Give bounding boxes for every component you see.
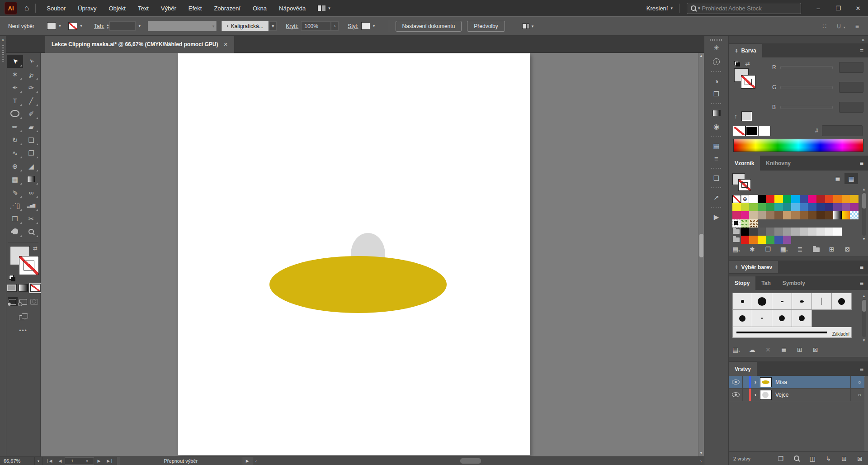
color-swatch[interactable] — [732, 203, 741, 211]
color-swatch[interactable] — [791, 211, 800, 219]
layer-row-vejce[interactable]: ›Vejce○ — [729, 389, 868, 401]
gradient-swatch[interactable] — [833, 211, 842, 219]
brush-item[interactable] — [732, 293, 752, 310]
color-swatch[interactable] — [749, 228, 758, 236]
color-swatch[interactable] — [833, 228, 842, 236]
drag-grip[interactable] — [710, 39, 723, 41]
first-artboard-icon[interactable]: ❘◀ — [42, 459, 55, 463]
color-spectrum-bar[interactable] — [733, 139, 863, 152]
channel-slider-b[interactable] — [780, 106, 833, 109]
swap-fill-stroke-icon[interactable]: ⇄ — [745, 60, 750, 67]
actions-icon[interactable]: ▶ — [711, 214, 722, 220]
color-swatch[interactable] — [766, 228, 774, 236]
none-button[interactable] — [30, 284, 40, 292]
adobe-stock-search-input[interactable]: ▾ Prohledat Adobe Stock — [687, 3, 801, 14]
menu-napoveda[interactable]: Nápověda — [279, 5, 306, 12]
paintbrush-tool[interactable]: ✐ — [23, 107, 39, 120]
color-swatch[interactable] — [758, 211, 766, 219]
control-panel-menu-icon[interactable]: ≡ — [855, 23, 859, 30]
color-swatch[interactable] — [741, 228, 750, 236]
delete-brush-icon[interactable]: ⊠ — [812, 346, 819, 353]
panel-menu-icon[interactable]: ≡ — [860, 280, 863, 287]
cc-libraries-icon[interactable]: ☁ — [749, 346, 756, 353]
color-swatch[interactable] — [741, 211, 750, 219]
gradient-tool[interactable] — [23, 173, 39, 186]
color-swatch[interactable] — [758, 228, 766, 236]
color-swatch[interactable] — [783, 236, 792, 244]
artboard-tool[interactable]: ❒ — [7, 212, 23, 225]
draw-inside-button[interactable] — [29, 297, 39, 306]
make-clipping-mask-icon[interactable]: ◫ — [809, 456, 816, 462]
delete-layer-icon[interactable]: ⊠ — [856, 456, 863, 462]
swatch-options-icon[interactable]: ≣ — [797, 246, 804, 252]
stroke-proxy[interactable] — [741, 75, 755, 89]
color-swatch[interactable] — [825, 211, 834, 219]
channel-value-r[interactable] — [839, 62, 863, 73]
color-swatch[interactable] — [783, 228, 792, 236]
channel-slider-r[interactable] — [780, 66, 833, 69]
previous-artboard-icon[interactable]: ◀ — [55, 459, 65, 463]
color-swatch[interactable] — [774, 228, 783, 236]
app-logo-icon[interactable]: Ai — [5, 2, 17, 14]
swatch-libraries-icon[interactable]: ▤▾ — [732, 246, 740, 252]
locate-object-icon[interactable] — [793, 456, 800, 462]
collect-for-export-icon[interactable]: ❐ — [777, 456, 784, 462]
slice-tool[interactable]: ✂ — [23, 212, 39, 225]
brush-options-icon[interactable]: ≣ — [780, 346, 788, 353]
menu-objekt[interactable]: Objekt — [108, 5, 126, 12]
color-swatch[interactable] — [749, 203, 758, 211]
color-swatch[interactable] — [833, 203, 842, 211]
stroke-weight-label[interactable]: Tah: — [94, 23, 104, 29]
eyedropper-tool[interactable]: ✎ — [7, 186, 23, 199]
menu-soubor[interactable]: Soubor — [47, 5, 66, 12]
symbol-sprayer-tool[interactable]: ⋰▯ — [7, 199, 23, 212]
info-icon[interactable]: i — [711, 57, 722, 65]
color-swatch[interactable] — [833, 195, 842, 203]
tab-symboly[interactable]: Symboly — [777, 276, 811, 290]
navigator-icon[interactable]: ✳ — [711, 44, 722, 51]
color-swatch[interactable] — [808, 195, 816, 203]
none-swatch[interactable] — [733, 126, 745, 136]
white-swatch[interactable] — [759, 126, 770, 136]
channel-slider-g[interactable] — [780, 86, 833, 89]
color-swatch[interactable] — [774, 211, 783, 219]
blend-tool[interactable]: ∞ — [23, 186, 39, 199]
floral-pattern-swatch[interactable] — [741, 219, 750, 228]
color-swatch[interactable] — [758, 203, 766, 211]
scroll-up-icon[interactable]: ▲ — [698, 53, 704, 59]
appearance-icon[interactable]: ◉ — [711, 123, 722, 130]
new-layer-icon[interactable]: ⊞ — [840, 456, 848, 462]
status-flyout-icon[interactable]: ▶ — [242, 457, 253, 465]
scroll-up-icon[interactable]: ▴ — [863, 294, 865, 298]
tab-knihovny[interactable]: Knihovny — [760, 156, 797, 171]
color-group-folder[interactable] — [732, 236, 741, 244]
gradient-button[interactable] — [19, 284, 28, 292]
swatch-kinds-icon[interactable]: ▦▾ — [780, 246, 788, 252]
direct-selection-tool[interactable]: ➣ — [23, 55, 39, 68]
chevron-down-icon[interactable]: ▾ — [269, 21, 277, 31]
color-swatch[interactable] — [766, 236, 774, 244]
new-sublayer-icon[interactable]: ↳ — [825, 456, 832, 462]
tab-stopy[interactable]: Stopy — [729, 276, 755, 290]
visibility-toggle[interactable] — [729, 389, 743, 401]
default-fill-stroke-icon[interactable] — [734, 61, 740, 66]
color-swatch[interactable] — [732, 211, 741, 219]
chevron-right-icon[interactable]: › — [331, 21, 339, 31]
scrollbar-thumb[interactable] — [862, 300, 866, 312]
chevron-down-icon[interactable]: ▾ — [56, 22, 64, 30]
artboards-icon[interactable]: ❒ — [711, 90, 722, 97]
bowl-shape[interactable] — [269, 256, 447, 313]
color-swatch[interactable] — [758, 195, 766, 203]
eraser-tool[interactable]: ▰ — [23, 120, 39, 133]
isolate-options-button[interactable]: ▾ — [522, 24, 534, 29]
column-graph-tool[interactable]: ▂▅▇ — [23, 199, 39, 212]
scroll-right-icon[interactable]: › — [698, 459, 704, 464]
black-swatch[interactable] — [746, 126, 758, 136]
color-swatch[interactable] — [749, 211, 758, 219]
color-swatch[interactable] — [842, 195, 850, 203]
preferences-button[interactable]: Předvolby — [467, 21, 505, 32]
vertical-scrollbar[interactable]: ▲ ▼ — [698, 53, 704, 456]
color-swatch[interactable] — [825, 228, 834, 236]
color-swatch[interactable] — [766, 211, 774, 219]
scroll-down-icon[interactable]: ▼ — [698, 450, 704, 456]
